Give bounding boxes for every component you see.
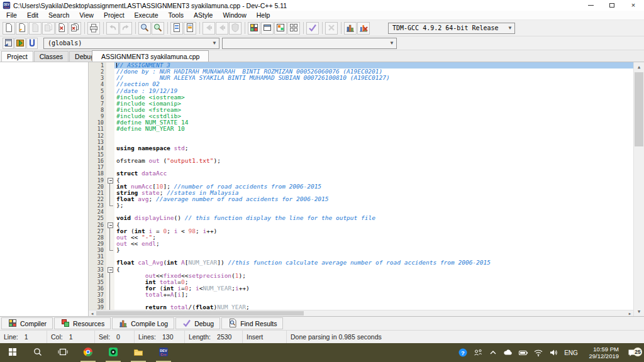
tab-find-results[interactable]: Find Results	[221, 317, 283, 329]
fold-marker[interactable]	[106, 177, 114, 184]
taskbar-devcpp-button[interactable]: DEVC++	[151, 343, 176, 362]
compile-button[interactable]	[248, 22, 260, 35]
horizontal-scrollbar[interactable]: ◀ ▶	[89, 310, 633, 316]
stop-execution-button[interactable]	[229, 22, 242, 35]
members-select[interactable]: ▼	[222, 38, 397, 49]
undo-button[interactable]	[106, 22, 119, 35]
code-area[interactable]: 1// ASSIGNMENT 32//done by : NUR HADIRAH…	[89, 62, 633, 310]
delete-profiling-button[interactable]	[357, 22, 370, 35]
nav-back-button[interactable]	[203, 22, 215, 35]
fold-margin	[106, 298, 114, 304]
taskbar-taskview-button[interactable]	[50, 343, 75, 362]
menu-project[interactable]: Project	[99, 11, 130, 19]
taskbar-clock[interactable]: 10:59 PM 29/12/2019	[581, 346, 620, 359]
fold-margin	[106, 158, 114, 164]
tab-compiler[interactable]: Compiler	[1, 317, 53, 329]
goto-line-button[interactable]	[170, 22, 183, 35]
fold-marker[interactable]	[106, 266, 114, 273]
maximize-icon	[609, 3, 614, 8]
scroll-left-arrow[interactable]: ◀	[89, 310, 96, 316]
taskbar-explorer-button[interactable]	[126, 343, 151, 362]
scroll-down-arrow[interactable]: ▼	[634, 307, 644, 316]
fold-margin	[106, 241, 114, 247]
open-file-button[interactable]	[16, 22, 28, 35]
line-number: 28	[89, 234, 106, 241]
taskbar-start-button[interactable]	[0, 343, 25, 362]
taskbar-recorder-button[interactable]	[101, 343, 126, 362]
maximize-button[interactable]	[601, 0, 623, 11]
swap-header-source-button[interactable]	[184, 22, 196, 35]
project-panel[interactable]	[0, 62, 89, 316]
new-file-button[interactable]	[3, 22, 15, 35]
minimize-button[interactable]	[580, 0, 601, 11]
replace-button[interactable]	[152, 22, 164, 35]
file-tab-active[interactable]: ASSIGNMENT3 syakilamuna.cpp	[92, 50, 209, 62]
menu-execute[interactable]: Execute	[130, 11, 164, 19]
tray-onedrive-icon[interactable]	[501, 348, 516, 358]
horizontal-scroll-thumb[interactable]	[96, 311, 304, 315]
scroll-up-arrow[interactable]: ▲	[634, 62, 644, 72]
fold-margin	[106, 139, 114, 145]
code-text	[114, 133, 633, 139]
close-button[interactable]: ×	[623, 0, 644, 11]
save-all-button[interactable]	[42, 22, 55, 35]
code-text	[114, 164, 633, 170]
scroll-right-arrow[interactable]: ▶	[626, 310, 633, 316]
close-file-button[interactable]	[55, 22, 68, 35]
tray-wifi-icon[interactable]	[531, 348, 546, 358]
rebuild-all-button[interactable]	[287, 22, 300, 35]
menu-help[interactable]: Help	[252, 11, 275, 19]
goto-bookmarks-button[interactable]	[26, 38, 38, 49]
tray-volume-icon[interactable]	[546, 348, 561, 358]
tab-debug[interactable]: Debug	[175, 317, 220, 329]
line-number: 12	[89, 133, 106, 139]
compiler-select[interactable]: TDM-GCC 4.9.2 64-bit Release ▼	[388, 23, 515, 34]
fold-margin	[106, 234, 114, 241]
save-button[interactable]	[29, 22, 42, 35]
code-text: for (int i=0; i<NUM_YEAR;i++)	[114, 285, 633, 292]
svg-text:C++: C++	[160, 353, 167, 356]
fold-margin	[106, 145, 114, 151]
menu-window[interactable]: Window	[218, 11, 251, 19]
tray-chevron-up-icon[interactable]	[486, 348, 501, 358]
tab-project[interactable]: Project	[1, 51, 33, 62]
tray-help-icon[interactable]: ?	[455, 348, 470, 358]
menu-astyle[interactable]: AStyle	[189, 11, 218, 19]
line-number: 5	[89, 88, 106, 94]
menu-search[interactable]: Search	[43, 11, 74, 19]
close-all-button[interactable]	[69, 22, 81, 35]
globals-select[interactable]: (globals) ▼	[43, 38, 219, 49]
language-indicator[interactable]: ENG	[561, 349, 581, 356]
nav-forward-button[interactable]	[216, 22, 228, 35]
tray-battery-icon[interactable]	[516, 348, 531, 358]
debug-button[interactable]	[306, 22, 319, 35]
profile-analysis-button[interactable]	[344, 22, 357, 35]
menu-tools[interactable]: Tools	[164, 11, 189, 19]
tab-compile-log[interactable]: Compile Log	[112, 317, 174, 329]
menu-edit[interactable]: Edit	[22, 11, 43, 19]
run-button[interactable]	[261, 22, 274, 35]
abort-compilation-button[interactable]	[325, 22, 338, 35]
vertical-scroll-thumb[interactable]	[635, 72, 643, 146]
toggle-bookmarks-button[interactable]	[14, 38, 26, 49]
fold-marker[interactable]	[106, 222, 114, 228]
status-lines: Lines:130	[135, 331, 185, 343]
compile-run-button[interactable]	[274, 22, 287, 35]
fold-margin	[106, 151, 114, 158]
taskbar-search-button[interactable]	[25, 343, 50, 362]
insert-button[interactable]	[3, 38, 14, 49]
find-button[interactable]	[138, 22, 151, 35]
code-line: 27for (int i = 0; i < 98; i++)	[89, 228, 633, 234]
tab-resources[interactable]: Resources	[54, 317, 111, 329]
menu-file[interactable]: File	[1, 11, 22, 19]
print-button[interactable]	[87, 22, 100, 35]
action-center-button[interactable]: 25	[620, 348, 644, 358]
redo-button[interactable]	[119, 22, 132, 35]
menu-view[interactable]: View	[74, 11, 99, 19]
tab-resources-label: Resources	[73, 320, 104, 327]
code-editor[interactable]: 1// ASSIGNMENT 32//done by : NUR HADIRAH…	[89, 62, 644, 316]
tab-classes[interactable]: Classes	[34, 51, 69, 62]
taskbar-chrome-button[interactable]	[75, 343, 101, 362]
tray-people-icon[interactable]	[470, 348, 486, 358]
vertical-scrollbar[interactable]: ▲ ▼	[633, 62, 644, 316]
